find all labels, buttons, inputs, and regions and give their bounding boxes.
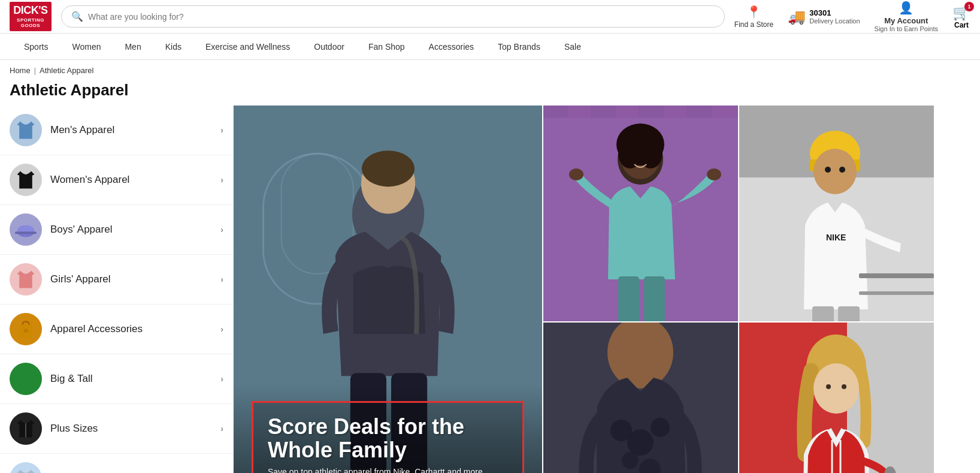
svg-rect-42 [859,273,934,278]
svg-point-49 [651,418,670,437]
cart-icon-wrap: 🛒 1 [952,4,970,21]
breadcrumb-separator: | [34,66,36,75]
sidebar-item-plus-sizes[interactable]: Plus Sizes › [0,404,233,454]
girls-shirt-icon [15,269,37,290]
svg-point-36 [813,149,857,194]
plus-jacket-icon [15,418,37,439]
nav-item-exercise-wellness[interactable]: Exercise and Wellness [193,34,302,60]
svg-rect-43 [859,291,934,295]
logo[interactable]: DICK'S SPORTING GOODS [10,2,52,31]
nav-item-accessories[interactable]: Accessories [417,34,486,60]
sidebar-item-girls-apparel[interactable]: Girls' Apparel › [0,255,233,305]
svg-rect-21 [711,106,738,118]
hero-subtitle: Save on top athletic apparel from Nike, … [268,467,508,473]
sidebar-thumb-accessories [10,313,42,345]
breadcrumb-home[interactable]: Home [10,66,31,75]
account-button[interactable]: 👤 My Account Sign In to Earn Points [875,1,938,32]
sidebar-thumb-womens [10,164,42,196]
sidebar-item-clearance[interactable]: Clearance › [0,454,233,473]
sidebar-label-mens: Men's Apparel [50,124,212,136]
svg-rect-40 [812,306,834,321]
svg-point-37 [825,167,831,173]
boys-hat-icon [15,219,37,240]
hero-image-woman-active [543,106,738,321]
nav-item-men[interactable]: Men [113,34,153,60]
nav-item-women[interactable]: Women [60,34,113,60]
nav-item-top-brands[interactable]: Top Brands [486,34,552,60]
svg-point-26 [639,138,663,168]
svg-point-38 [839,167,845,173]
svg-rect-3 [23,329,28,332]
sidebar-thumb-plus [10,412,42,445]
cart-button[interactable]: 🛒 1 Cart [952,4,970,29]
sidebar-label-girls: Girls' Apparel [50,273,212,285]
find-store-button[interactable]: 📍 Find a Store [734,5,773,29]
delivery-icon: 🚚 [788,8,806,25]
woman-illustration [543,106,738,321]
svg-text:NIKE: NIKE [826,233,846,242]
cart-badge: 1 [964,2,974,11]
image-grid: Score Deals for the Whole Family Save on… [234,106,980,473]
sidebar-thumb-girls [10,263,42,296]
hero-image-bottom-left [543,323,738,473]
main-nav: Sports Women Men Kids Exercise and Welln… [0,34,980,60]
content-area: Score Deals for the Whole Family Save on… [234,106,980,473]
delivery-text: 30301 Delivery Location [809,8,860,25]
sidebar: Men's Apparel › Women's Apparel › [0,106,234,473]
womens-shirt-icon [15,169,37,191]
svg-rect-17 [615,106,639,118]
hero-image-man: Score Deals for the Whole Family Save on… [234,106,542,473]
sidebar-thumb-boys [10,213,42,246]
search-icon: 🔍 [71,11,83,22]
sidebar-item-boys-apparel[interactable]: Boys' Apparel › [0,205,233,255]
mens-shirt-icon [15,119,37,141]
hero-title: Score Deals for the Whole Family [268,415,508,462]
delivery-zip: 30301 [809,8,860,17]
hero-image-kid-nike: NIKE [739,106,934,321]
nav-item-outdoor[interactable]: Outdoor [302,34,356,60]
sidebar-label-womens: Women's Apparel [50,174,212,186]
chevron-right-icon: › [220,374,223,384]
bigtall-shirt-icon [15,368,37,390]
sidebar-item-apparel-accessories[interactable]: Apparel Accessories › [0,305,233,354]
svg-point-50 [622,452,639,469]
clearance-shirt-icon [15,468,37,473]
svg-point-58 [826,384,831,389]
svg-rect-18 [639,106,663,118]
sidebar-item-big-tall[interactable]: Big & Tall › [0,354,233,404]
chevron-right-icon: › [220,324,223,334]
main-layout: Men's Apparel › Women's Apparel › [0,106,980,473]
sidebar-item-womens-apparel[interactable]: Women's Apparel › [0,155,233,205]
nav-item-sale[interactable]: Sale [552,34,593,60]
sidebar-thumb-bigtall [10,363,42,395]
account-sublabel: Sign In to Earn Points [875,25,938,32]
search-input[interactable] [88,12,715,22]
sidebar-item-mens-apparel[interactable]: Men's Apparel › [0,106,233,155]
account-icon: 👤 [899,1,914,15]
breadcrumb: Home | Athletic Apparel [0,60,980,81]
svg-rect-20 [687,106,711,118]
svg-rect-14 [543,106,567,118]
sidebar-thumb-clearance [10,462,42,473]
svg-point-57 [813,363,859,414]
sidebar-label-plus: Plus Sizes [50,423,212,435]
svg-rect-19 [663,106,687,118]
kid-illustration: NIKE [739,106,934,321]
account-label: My Account [884,16,928,25]
svg-rect-30 [644,276,665,321]
delivery-label: Delivery Location [809,17,860,25]
accessories-bag-icon [15,318,37,340]
chevron-right-icon: › [220,424,223,433]
store-icon: 📍 [746,5,761,19]
chevron-right-icon: › [220,175,223,185]
nav-item-fan-shop[interactable]: Fan Shop [356,34,417,60]
svg-rect-29 [618,276,639,321]
find-store-label: Find a Store [734,20,773,29]
sidebar-label-bigtall: Big & Tall [50,373,212,385]
search-bar[interactable]: 🔍 [61,5,725,28]
page-title: Athletic Apparel [0,81,980,106]
nav-item-kids[interactable]: Kids [153,34,193,60]
delivery-location[interactable]: 🚚 30301 Delivery Location [788,8,860,25]
nav-item-sports[interactable]: Sports [12,34,60,60]
svg-rect-15 [567,106,591,118]
